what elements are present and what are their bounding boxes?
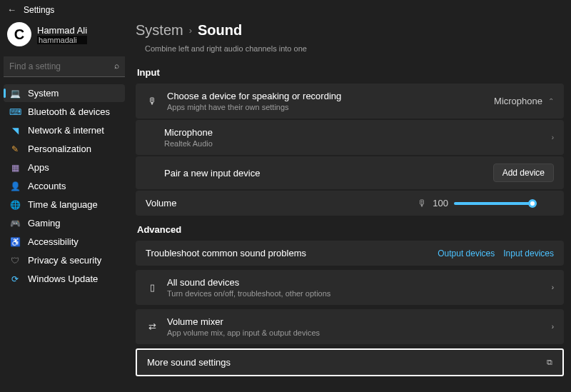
gamepad-icon: 🎮 bbox=[9, 218, 21, 228]
input-volume-row: Volume 🎙 100 bbox=[136, 191, 564, 216]
apps-icon: ▦ bbox=[9, 163, 21, 173]
search-input[interactable] bbox=[4, 56, 125, 77]
sidebar-item-accessibility[interactable]: ♿Accessibility bbox=[4, 233, 125, 251]
breadcrumb-parent[interactable]: System bbox=[136, 22, 183, 39]
row-title: Choose a device for speaking or recordin… bbox=[167, 91, 485, 101]
microphone-icon: 🎙 bbox=[146, 96, 158, 106]
sidebar-item-update[interactable]: ⟳Windows Update bbox=[4, 270, 125, 288]
input-selected-value: Microphone bbox=[494, 96, 542, 106]
chevron-right-icon: › bbox=[552, 134, 554, 141]
more-sound-settings-row[interactable]: More sound settings ⧉ bbox=[136, 348, 564, 376]
breadcrumb-current: Sound bbox=[198, 22, 242, 39]
window-title: Settings bbox=[24, 5, 54, 15]
chevron-right-icon: › bbox=[552, 283, 554, 291]
shield-icon: 🛡 bbox=[9, 256, 21, 266]
sidebar-item-label: Personalization bbox=[28, 144, 91, 154]
row-title: Microphone bbox=[164, 127, 543, 138]
back-icon[interactable]: ← bbox=[7, 4, 16, 15]
input-devices-link[interactable]: Input devices bbox=[503, 248, 554, 258]
microphone-icon: 🎙 bbox=[418, 198, 427, 208]
person-icon: 👤 bbox=[9, 181, 21, 191]
sidebar-item-time[interactable]: 🌐Time & language bbox=[4, 196, 125, 213]
row-desc: App volume mix, app input & output devic… bbox=[167, 328, 543, 337]
profile-block[interactable]: C Hammad Ali hammadali bbox=[4, 19, 125, 54]
sidebar-item-network[interactable]: ◥Network & internet bbox=[4, 121, 125, 139]
wifi-icon: ◥ bbox=[9, 126, 21, 136]
troubleshoot-row: Troubleshoot common sound problems Outpu… bbox=[136, 241, 564, 266]
sidebar-item-label: Bluetooth & devices bbox=[28, 106, 110, 117]
row-title: Troubleshoot common sound problems bbox=[146, 248, 429, 258]
sidebar-item-label: Gaming bbox=[28, 218, 61, 228]
chevron-right-icon: › bbox=[189, 25, 192, 36]
update-icon: ⟳ bbox=[9, 274, 21, 284]
row-title: Volume mixer bbox=[167, 316, 543, 327]
sidebar: C Hammad Ali hammadali ⌕ 💻System ⌨Blueto… bbox=[0, 19, 128, 392]
mixer-icon: ⇄ bbox=[146, 321, 158, 332]
breadcrumb: System › Sound bbox=[136, 22, 564, 39]
sidebar-item-label: Apps bbox=[28, 162, 49, 173]
sidebar-item-label: Time & language bbox=[28, 199, 98, 210]
sidebar-item-label: Windows Update bbox=[28, 273, 98, 284]
sidebar-item-label: System bbox=[28, 88, 59, 99]
chevron-up-icon: ⌃ bbox=[548, 97, 554, 105]
avatar: C bbox=[7, 22, 31, 46]
add-device-button[interactable]: Add device bbox=[493, 164, 554, 182]
chevron-right-icon: › bbox=[552, 323, 554, 331]
search-icon: ⌕ bbox=[114, 61, 119, 71]
choose-input-device-row[interactable]: 🎙 Choose a device for speaking or record… bbox=[136, 84, 564, 119]
row-title: All sound devices bbox=[167, 277, 543, 288]
all-sound-devices-row[interactable]: ▯ All sound devices Turn devices on/off,… bbox=[136, 270, 564, 305]
volume-value: 100 bbox=[433, 198, 448, 208]
sidebar-item-label: Accounts bbox=[28, 181, 66, 191]
main-content: System › Sound Combine left and right au… bbox=[128, 19, 571, 392]
external-link-icon: ⧉ bbox=[547, 358, 552, 367]
devices-icon: ▯ bbox=[146, 282, 158, 293]
pair-input-device-row: Pair a new input device Add device bbox=[136, 156, 564, 189]
input-device-microphone-row[interactable]: Microphone Realtek Audio › bbox=[136, 120, 564, 155]
accessibility-icon: ♿ bbox=[9, 237, 21, 247]
bluetooth-icon: ⌨ bbox=[9, 107, 21, 117]
sidebar-item-bluetooth[interactable]: ⌨Bluetooth & devices bbox=[4, 103, 125, 121]
sidebar-item-accounts[interactable]: 👤Accounts bbox=[4, 177, 125, 195]
section-input-heading: Input bbox=[137, 67, 564, 78]
profile-username: hammadali bbox=[37, 36, 87, 44]
sidebar-item-system[interactable]: 💻System bbox=[4, 84, 125, 102]
volume-label: Volume bbox=[146, 198, 409, 208]
sidebar-item-label: Network & internet bbox=[28, 125, 104, 136]
section-advanced-heading: Advanced bbox=[137, 224, 564, 235]
system-icon: 💻 bbox=[9, 89, 21, 99]
volume-mixer-row[interactable]: ⇄ Volume mixer App volume mix, app input… bbox=[136, 309, 564, 344]
sidebar-item-privacy[interactable]: 🛡Privacy & security bbox=[4, 251, 125, 269]
output-devices-link[interactable]: Output devices bbox=[438, 248, 495, 258]
sidebar-item-apps[interactable]: ▦Apps bbox=[4, 159, 125, 176]
sidebar-item-label: Privacy & security bbox=[28, 255, 101, 266]
brush-icon: ✎ bbox=[9, 144, 21, 154]
row-desc: Turn devices on/off, troubleshoot, other… bbox=[167, 289, 543, 298]
sidebar-item-label: Accessibility bbox=[28, 236, 79, 247]
globe-icon: 🌐 bbox=[9, 200, 21, 210]
row-desc: Realtek Audio bbox=[164, 139, 543, 148]
row-title: Pair a new input device bbox=[164, 168, 485, 179]
sidebar-item-personalization[interactable]: ✎Personalization bbox=[4, 140, 125, 158]
mono-caption: Combine left and right audio channels in… bbox=[136, 44, 564, 53]
row-title: More sound settings bbox=[147, 357, 538, 368]
profile-name: Hammad Ali bbox=[37, 25, 87, 36]
volume-slider[interactable] bbox=[454, 202, 554, 205]
search-wrapper: ⌕ bbox=[4, 56, 125, 77]
sidebar-item-gaming[interactable]: 🎮Gaming bbox=[4, 214, 125, 232]
row-desc: Apps might have their own settings bbox=[167, 103, 485, 111]
